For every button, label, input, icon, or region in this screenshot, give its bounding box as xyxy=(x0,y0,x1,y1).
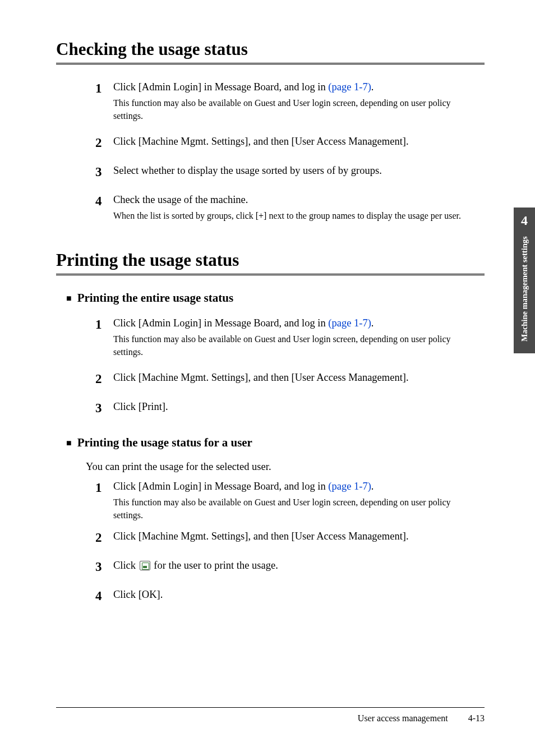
subsection-user-heading: ■ Printing the usage status for a user xyxy=(66,436,485,450)
text-part: Click [Admin Login] in Message Board, an… xyxy=(113,317,328,329)
entire-step-2: 2 Click [Machine Mgmt. Settings], and th… xyxy=(95,371,479,388)
page-link[interactable]: (page 1-7) xyxy=(328,317,371,329)
step-subtext: When the list is sorted by groups, click… xyxy=(113,209,479,222)
bullet-icon: ■ xyxy=(66,293,72,303)
heading-checking-usage: Checking the usage status xyxy=(56,39,485,64)
step-text: Click for the user to print the usage. xyxy=(113,559,479,573)
bullet-icon: ■ xyxy=(66,438,72,448)
step-text: Click [OK]. xyxy=(113,588,479,602)
page-link[interactable]: (page 1-7) xyxy=(328,481,371,492)
footer-section: User access management xyxy=(358,713,448,723)
step-text: Click [Admin Login] in Message Board, an… xyxy=(113,480,479,494)
step-number: 1 xyxy=(95,316,111,333)
page-link[interactable]: (page 1-7) xyxy=(328,81,371,93)
step-number: 4 xyxy=(95,588,111,605)
entire-step-3: 3 Click [Print]. xyxy=(95,400,479,417)
checking-step-1: 1 Click [Admin Login] in Message Board, … xyxy=(95,80,479,122)
subsection-entire-heading: ■ Printing the entire usage status xyxy=(66,291,485,305)
step-number: 2 xyxy=(95,135,111,151)
step-text: Select whether to display the usage sort… xyxy=(113,164,479,178)
step-number: 1 xyxy=(95,480,111,496)
subsection-title: Printing the entire usage status xyxy=(77,291,233,305)
step-number: 2 xyxy=(95,529,111,546)
chapter-label: Machine management settings xyxy=(520,232,529,349)
step-number: 3 xyxy=(95,400,111,417)
intro-text: You can print the usage for the selected… xyxy=(86,461,485,473)
subsection-title: Printing the usage status for a user xyxy=(77,436,252,450)
user-step-1: 1 Click [Admin Login] in Message Board, … xyxy=(95,480,479,522)
step-text: Click [Admin Login] in Message Board, an… xyxy=(113,80,479,95)
page-footer: User access management 4-13 xyxy=(56,707,485,723)
step-number: 3 xyxy=(95,559,111,575)
step-number: 2 xyxy=(95,371,111,388)
step-text: Click [Admin Login] in Message Board, an… xyxy=(113,316,479,331)
text-part: . xyxy=(371,81,374,93)
step-text: Click [Machine Mgmt. Settings], and then… xyxy=(113,371,479,385)
step-subtext: This function may also be available on G… xyxy=(113,333,479,358)
checking-step-3: 3 Select whether to display the usage so… xyxy=(95,164,479,181)
step-text: Click [Print]. xyxy=(113,400,479,414)
text-part: Click xyxy=(113,560,139,571)
user-step-3: 3 Click for the user to print the usage. xyxy=(95,559,479,575)
text-part: for the user to print the usage. xyxy=(151,560,278,571)
user-step-4: 4 Click [OK]. xyxy=(95,588,479,605)
text-part: Click [Admin Login] in Message Board, an… xyxy=(113,81,328,93)
text-part: Click [Admin Login] in Message Board, an… xyxy=(113,481,328,492)
step-subtext: This function may also be available on G… xyxy=(113,496,479,522)
user-step-2: 2 Click [Machine Mgmt. Settings], and th… xyxy=(95,529,479,546)
text-part: . xyxy=(371,317,374,329)
chapter-number: 4 xyxy=(514,208,535,232)
chapter-tab: 4 Machine management settings xyxy=(514,208,535,353)
step-text: Click [Machine Mgmt. Settings], and then… xyxy=(113,529,479,544)
step-text: Check the usage of the machine. xyxy=(113,193,479,208)
print-icon xyxy=(140,561,150,570)
checking-step-2: 2 Click [Machine Mgmt. Settings], and th… xyxy=(95,135,479,151)
text-part: . xyxy=(371,481,374,492)
step-number: 1 xyxy=(95,80,111,97)
checking-step-4: 4 Check the usage of the machine. When t… xyxy=(95,193,479,222)
step-subtext: This function may also be available on G… xyxy=(113,96,479,122)
entire-step-1: 1 Click [Admin Login] in Message Board, … xyxy=(95,316,479,358)
heading-printing-usage: Printing the usage status xyxy=(56,250,485,275)
step-number: 3 xyxy=(95,164,111,181)
step-text: Click [Machine Mgmt. Settings], and then… xyxy=(113,135,479,149)
step-number: 4 xyxy=(95,193,111,210)
footer-page-number: 4-13 xyxy=(468,713,485,723)
